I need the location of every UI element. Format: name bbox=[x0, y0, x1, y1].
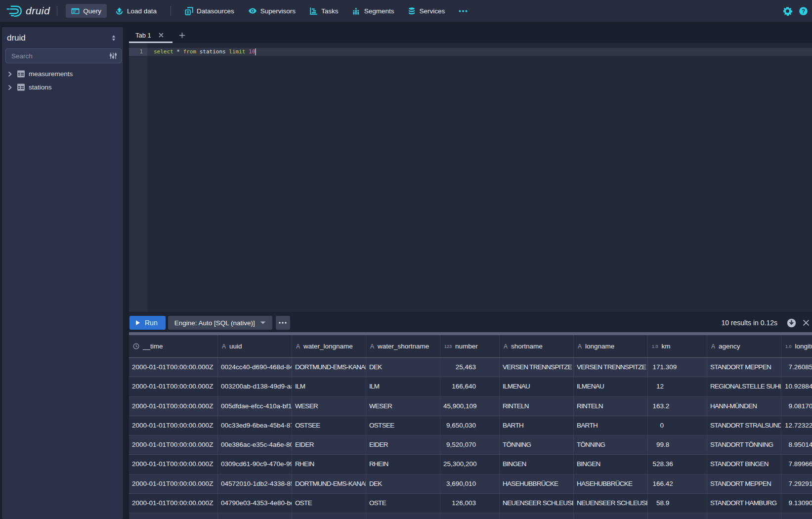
cell-number[interactable]: 126,003 bbox=[440, 494, 500, 513]
cell-water_longname[interactable]: DORTMUND-EMS-KANAL bbox=[292, 358, 366, 377]
cell-uuid[interactable]: 005dfdae-efcc-410a-bf1 bbox=[218, 397, 292, 416]
tree-item-stations[interactable]: stations bbox=[2, 81, 123, 94]
cell-shortname[interactable]: VERSEN TRENNSPITZE bbox=[500, 358, 574, 377]
cell-longname[interactable]: BARTH bbox=[574, 416, 648, 435]
cell-km[interactable]: 171.309 bbox=[648, 358, 707, 377]
cell-number[interactable]: 25,300,200 bbox=[440, 455, 500, 474]
cell-__time[interactable] bbox=[129, 513, 218, 519]
cell-longname[interactable]: RINTELN bbox=[574, 397, 648, 416]
settings-gear-icon[interactable] bbox=[783, 6, 792, 16]
cell-uuid[interactable]: 0309cd61-90c9-470e-99 bbox=[218, 455, 292, 474]
cell-km[interactable]: 0 bbox=[648, 416, 707, 435]
cell-water_longname[interactable]: EIDER bbox=[292, 435, 366, 454]
cell-longitude[interactable]: 7.260856 bbox=[781, 358, 812, 377]
cell-water_longname[interactable]: WESER bbox=[292, 397, 366, 416]
cell-longitude[interactable] bbox=[781, 513, 812, 519]
nav-item-services[interactable]: Services bbox=[402, 4, 450, 18]
column-header-longname[interactable]: Alongname bbox=[574, 335, 648, 357]
column-header-shortname[interactable]: Ashortname bbox=[500, 335, 574, 357]
close-results-icon[interactable] bbox=[803, 319, 810, 326]
cell-water_longname[interactable]: OSTE bbox=[292, 494, 366, 513]
nav-item-supervisors[interactable]: Supervisors bbox=[243, 4, 301, 18]
cell-agency[interactable]: STANDORT MEPPEN bbox=[707, 358, 781, 377]
cell-number[interactable]: 9,520,070 bbox=[440, 435, 500, 454]
cell-__time[interactable]: 2000-01-01T00:00:00.000Z bbox=[129, 358, 218, 377]
tab-tab-1[interactable]: Tab 1 bbox=[129, 27, 172, 43]
double-caret-vertical-icon[interactable] bbox=[110, 35, 117, 42]
cell-__time[interactable]: 2000-01-01T00:00:00.000Z bbox=[129, 435, 218, 454]
sql-editor[interactable]: 1 select * from stations limit 10 bbox=[129, 43, 812, 312]
cell-uuid[interactable]: 00c33ed9-6bea-45b4-87 bbox=[218, 416, 292, 435]
nav-item-tasks[interactable]: Tasks bbox=[304, 4, 344, 18]
cell-shortname[interactable]: BINGEN bbox=[500, 455, 574, 474]
engine-select-button[interactable]: Engine: Auto [SQL (native)] bbox=[168, 316, 272, 330]
nav-item-more[interactable] bbox=[453, 4, 473, 18]
cell-water_shortname[interactable]: OSTSEE bbox=[366, 416, 440, 435]
column-header-number[interactable]: 123number bbox=[440, 335, 500, 357]
column-header-__time[interactable]: __time bbox=[129, 335, 218, 357]
cell-shortname[interactable]: ILMENAU bbox=[500, 377, 574, 396]
cell-water_shortname[interactable]: DEK bbox=[366, 358, 440, 377]
chevron-right-icon[interactable] bbox=[7, 72, 12, 77]
cell-longitude[interactable]: 9.081704 bbox=[781, 397, 812, 416]
close-tab-icon[interactable] bbox=[158, 32, 164, 38]
cell-longname[interactable]: VERSEN TRENNSPITZE bbox=[574, 358, 648, 377]
cell-shortname[interactable]: HASEHUBBRÜCKE bbox=[500, 475, 574, 493]
cell-uuid[interactable]: 00e386ac-e35c-4a6e-80 bbox=[218, 435, 292, 454]
cell-longname[interactable]: TÖNNING bbox=[574, 435, 648, 454]
download-icon[interactable] bbox=[787, 318, 796, 328]
cell-water_longname[interactable]: RHEIN bbox=[292, 455, 366, 474]
cell-longname[interactable]: HASEHUBBRÜCKE bbox=[574, 475, 648, 493]
run-button[interactable]: Run bbox=[129, 316, 166, 330]
cell-__time[interactable]: 2000-01-01T00:00:00.000Z bbox=[129, 494, 218, 513]
cell-km[interactable]: 528.36 bbox=[648, 455, 707, 474]
cell-agency[interactable]: STANDORT TÖNNING bbox=[707, 435, 781, 454]
cell-__time[interactable]: 2000-01-01T00:00:00.000Z bbox=[129, 455, 218, 474]
cell-longname[interactable] bbox=[574, 513, 648, 519]
cell-water_longname[interactable]: ILM bbox=[292, 377, 366, 396]
cell-agency[interactable]: STANDORT STRALSUND bbox=[707, 416, 781, 435]
nav-item-datasources[interactable]: Datasources bbox=[179, 4, 240, 18]
brand[interactable]: druid bbox=[0, 3, 50, 19]
cell-agency[interactable] bbox=[707, 513, 781, 519]
filter-sliders-icon[interactable] bbox=[109, 52, 117, 60]
cell-km[interactable] bbox=[648, 513, 707, 519]
search-input[interactable] bbox=[5, 48, 122, 63]
column-header-agency[interactable]: Aagency bbox=[707, 335, 781, 357]
cell-km[interactable]: 58.9 bbox=[648, 494, 707, 513]
cell-km[interactable]: 99.8 bbox=[648, 435, 707, 454]
cell-agency[interactable]: REGIONALSTELLE SUHL bbox=[707, 377, 781, 396]
more-options-button[interactable] bbox=[276, 316, 290, 330]
cell-longitude[interactable]: 8.950149 bbox=[781, 435, 812, 454]
cell-water_longname[interactable]: DORTMUND-EMS-KANAL bbox=[292, 475, 366, 493]
column-header-longitude[interactable]: 1.0longitude bbox=[781, 335, 812, 357]
cell-km[interactable]: 12 bbox=[648, 377, 707, 396]
cell-water_shortname[interactable]: WESER bbox=[366, 397, 440, 416]
cell-number[interactable]: 45,900,109 bbox=[440, 397, 500, 416]
cell-shortname[interactable]: BARTH bbox=[500, 416, 574, 435]
tree-item-measurements[interactable]: measurements bbox=[2, 67, 123, 81]
cell-water_shortname[interactable]: EIDER bbox=[366, 435, 440, 454]
cell-longitude[interactable]: 10.928843 bbox=[781, 377, 812, 396]
cell-agency[interactable]: STANDORT HAMBURG bbox=[707, 494, 781, 513]
cell-uuid[interactable]: 003200ab-d138-49d9-aa bbox=[218, 377, 292, 396]
cell-water_shortname[interactable]: ILM bbox=[366, 377, 440, 396]
cell-water_shortname[interactable]: DEK bbox=[366, 475, 440, 493]
column-header-km[interactable]: 1.0km bbox=[648, 335, 707, 357]
cell-water_shortname[interactable]: OSTE bbox=[366, 494, 440, 513]
cell-__time[interactable]: 2000-01-01T00:00:00.000Z bbox=[129, 397, 218, 416]
cell-longname[interactable]: BINGEN bbox=[574, 455, 648, 474]
cell-longitude[interactable]: 7.292912 bbox=[781, 475, 812, 493]
cell-agency[interactable]: STANDORT MEPPEN bbox=[707, 475, 781, 493]
column-header-uuid[interactable]: Auuid bbox=[218, 335, 292, 357]
column-header-water_shortname[interactable]: Awater_shortname bbox=[366, 335, 440, 357]
chevron-right-icon[interactable] bbox=[7, 85, 12, 90]
cell-km[interactable]: 166.42 bbox=[648, 475, 707, 493]
cell-number[interactable]: 3,690,010 bbox=[440, 475, 500, 493]
cell-water_shortname[interactable] bbox=[366, 513, 440, 519]
cell-uuid[interactable]: 04790e03-4353-4e80-be bbox=[218, 494, 292, 513]
cell-water_shortname[interactable]: RHEIN bbox=[366, 455, 440, 474]
cell-uuid[interactable]: 0024cc40-d690-468d-84 bbox=[218, 358, 292, 377]
nav-item-query[interactable]: Query bbox=[66, 4, 107, 18]
nav-item-segments[interactable]: Segments bbox=[347, 4, 400, 18]
